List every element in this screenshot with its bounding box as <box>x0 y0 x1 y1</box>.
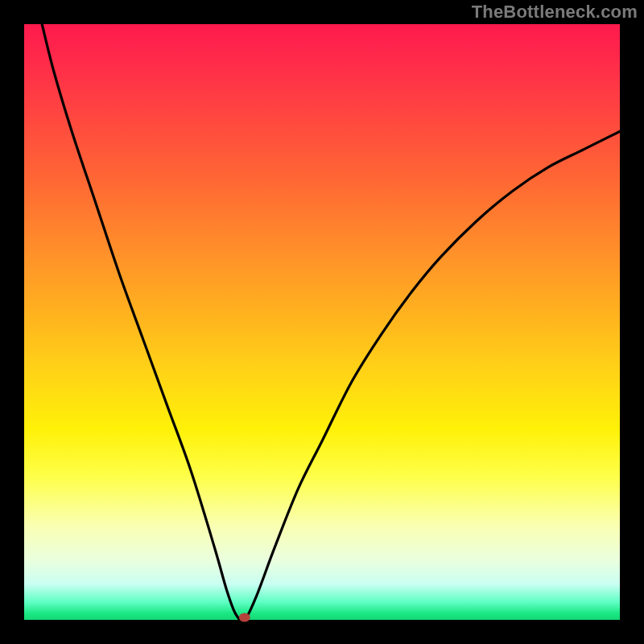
bottleneck-curve <box>42 24 620 621</box>
chart-frame: TheBottleneck.com <box>0 0 644 644</box>
curve-layer <box>24 24 620 620</box>
attribution-label: TheBottleneck.com <box>472 2 638 23</box>
plot-area <box>24 24 620 620</box>
optimum-marker <box>239 613 250 622</box>
